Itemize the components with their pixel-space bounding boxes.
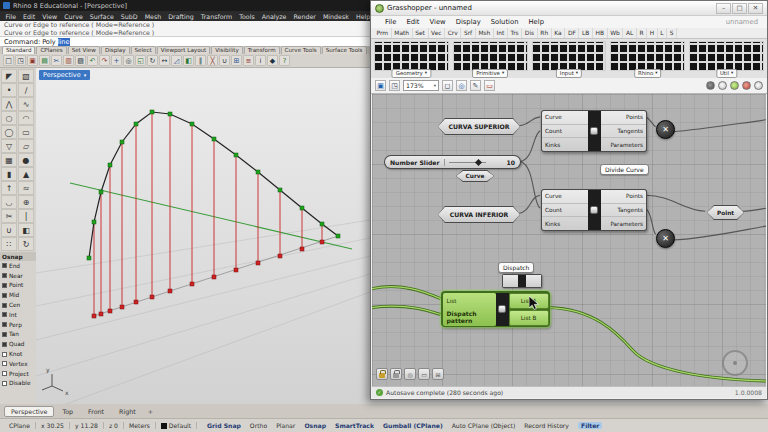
fillet-icon[interactable]: ◡ (1, 195, 17, 209)
rhino-menu-item[interactable]: Edit (20, 13, 39, 20)
polygon-icon[interactable]: ▽ (1, 139, 17, 153)
divide-curve-component-2[interactable]: CurveCountKinks PointsTangentsParameters (541, 189, 647, 231)
grasshopper-canvas[interactable]: CURVA SUPERIOR CurveCountKinks PointsTan… (372, 94, 766, 386)
category-tab[interactable]: Dis (522, 28, 537, 38)
zoom-level-combo[interactable]: 173% (403, 80, 439, 91)
point-param[interactable]: Point (707, 205, 744, 220)
rhino-menu-item[interactable]: Mesh (141, 13, 165, 20)
toolbar-tab[interactable]: Select (131, 46, 156, 54)
rhino-menu-item[interactable]: Drafting (165, 13, 198, 20)
zoom-extents-icon[interactable]: ◎ (123, 55, 134, 66)
toolbar-tab[interactable]: Curve Tools (281, 46, 321, 54)
palette-icon-grid[interactable] (532, 41, 607, 71)
open-file-icon[interactable]: ◳ (15, 55, 26, 66)
close-button[interactable] (748, 3, 763, 14)
curve-icon[interactable]: ∿ (18, 97, 34, 111)
palette-group-label[interactable]: Primitive (472, 69, 508, 78)
canvas-navigation-compass[interactable] (722, 350, 748, 376)
category-tab[interactable]: Int (494, 28, 508, 38)
osnap-checkbox[interactable] (2, 332, 7, 337)
osnap-item[interactable]: Point (0, 281, 36, 291)
undo-icon[interactable]: ↶ (87, 55, 98, 66)
osnap-checkbox[interactable] (2, 371, 7, 376)
no-preview-icon[interactable] (706, 81, 715, 90)
osnap-item[interactable]: Vertex (0, 359, 36, 369)
osnap-checkbox[interactable] (2, 361, 7, 366)
gh-menu-item[interactable]: Display (451, 18, 486, 26)
gumball-icon[interactable]: ◆ (267, 55, 278, 66)
ellipse-icon[interactable]: ◯ (1, 125, 17, 139)
select-brush-icon[interactable]: ▧ (18, 69, 34, 83)
toolbar-tab[interactable]: Standard (2, 46, 35, 54)
copy-icon[interactable]: ▥ (63, 55, 74, 66)
circle-icon[interactable]: ○ (1, 111, 17, 125)
input-port[interactable]: Kinks (542, 217, 588, 230)
palette-icon-grid[interactable] (689, 41, 764, 71)
box-icon[interactable]: ▦ (1, 153, 17, 167)
status-toggle[interactable]: Osnap (304, 422, 326, 429)
curve-param[interactable]: Curve (456, 170, 494, 182)
maximize-button[interactable] (732, 3, 747, 14)
number-slider[interactable]: Number Slider 10 (384, 155, 521, 169)
rhino-menu-item[interactable]: Analyze (258, 13, 290, 20)
join-icon[interactable]: ∪ (219, 55, 230, 66)
rhino-menu-item[interactable]: View (39, 13, 61, 20)
extrude-icon[interactable]: ↑ (1, 181, 17, 195)
osnap-item[interactable]: Disable (0, 379, 36, 389)
osnap-checkbox[interactable] (2, 303, 7, 308)
osnap-item[interactable]: Int (0, 310, 36, 320)
offset-icon[interactable]: ∥ (195, 55, 206, 66)
category-tab[interactable]: Set (413, 28, 429, 38)
new-file-icon[interactable]: □ (3, 55, 14, 66)
shaded-preview-icon[interactable] (730, 81, 739, 90)
group-icon[interactable]: ⊞ (432, 368, 444, 380)
rhino-menu-item[interactable]: SubD (117, 13, 141, 20)
status-toggle[interactable]: Gumball (CPlane) (383, 422, 443, 429)
status-toggle[interactable]: Planar (276, 422, 295, 429)
paste-icon[interactable]: ▨ (75, 55, 86, 66)
gh-menu-item[interactable]: Help (523, 18, 549, 26)
group-icon[interactable]: ⊞ (231, 55, 242, 66)
join-icon[interactable]: ∪ (1, 223, 17, 237)
osnap-checkbox[interactable] (2, 322, 7, 327)
osnap-item[interactable]: End (0, 261, 36, 271)
mirror-icon[interactable]: ◧ (183, 55, 194, 66)
status-toggle[interactable]: Grid Snap (207, 422, 241, 429)
surface-icon[interactable]: ▱ (18, 139, 34, 153)
scale-icon[interactable]: ◿ (171, 55, 182, 66)
arc-icon[interactable]: ◠ (18, 111, 34, 125)
category-tab[interactable]: Trs (508, 28, 522, 38)
new-viewport-tab-button[interactable]: + (144, 408, 157, 415)
split-icon[interactable]: | (18, 209, 34, 223)
gh-menu-item[interactable]: Edit (401, 18, 424, 26)
units-selector[interactable]: Meters (124, 422, 156, 429)
slider-grip-icon[interactable] (475, 158, 482, 165)
category-tab[interactable]: AL (623, 28, 637, 38)
output-port[interactable]: List B (509, 310, 549, 326)
osnap-item[interactable]: Tan (0, 330, 36, 340)
output-port[interactable]: Points (601, 190, 647, 204)
grasshopper-title-bar[interactable]: Grasshopper - unnamed (371, 1, 767, 16)
curva-superior-param[interactable]: CURVA SUPERIOR (438, 118, 520, 135)
input-port[interactable]: Curve (542, 190, 588, 204)
osnap-item[interactable]: Quad (0, 339, 36, 349)
output-port[interactable]: Points (601, 111, 647, 125)
sphere-icon[interactable]: ● (18, 153, 34, 167)
toolbar-tab[interactable]: Visibility (211, 46, 242, 54)
zoom-extents-icon[interactable]: ◎ (456, 80, 467, 91)
osnap-checkbox[interactable] (2, 273, 7, 278)
save-file-icon[interactable]: ▣ (27, 55, 38, 66)
select-pointer-icon[interactable]: ◤ (1, 69, 17, 83)
output-port[interactable]: Tangents (601, 125, 647, 139)
category-tab[interactable]: Wb (608, 28, 624, 38)
loft-icon[interactable]: ≈ (18, 181, 34, 195)
boundary-icon[interactable]: ▭ (418, 368, 430, 380)
polyline-icon[interactable]: ⋀ (1, 97, 17, 111)
viewport-tab[interactable]: Top (55, 406, 80, 417)
mirror-icon[interactable]: ◧ (18, 223, 34, 237)
divide-curve-component-1[interactable]: CurveCountKinks PointsTangentsParameters (541, 110, 647, 152)
rhino-menu-item[interactable]: File (2, 13, 20, 20)
line-icon[interactable]: ∕ (18, 83, 34, 97)
output-port[interactable]: Parameters (601, 138, 647, 151)
padlock-closed-icon[interactable] (376, 368, 388, 380)
